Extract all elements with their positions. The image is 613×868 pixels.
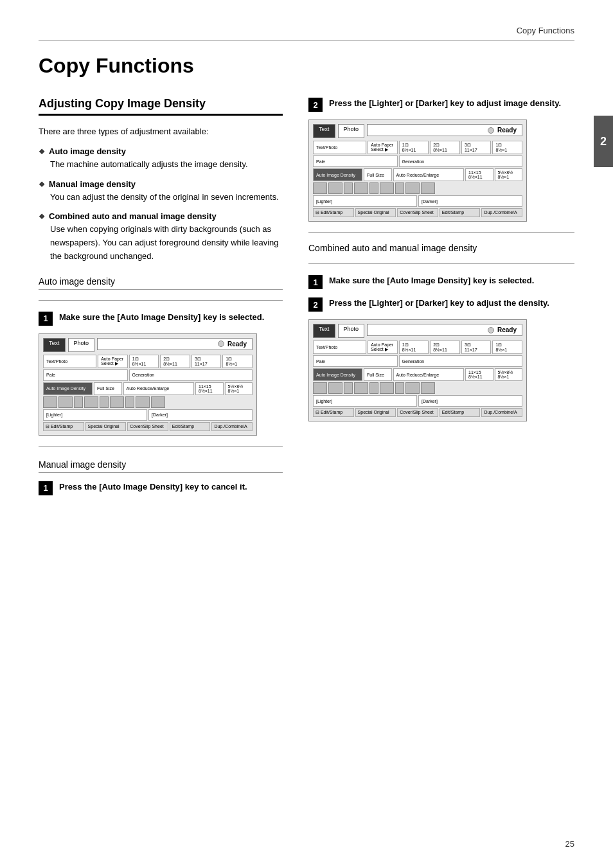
- s-autoimagedensity: Auto Image Density: [43, 382, 93, 395]
- auto-step1-text: Make sure the [Auto Image Density] key i…: [59, 311, 283, 324]
- s-icon5: [100, 396, 109, 408]
- cs-icon9: [421, 382, 435, 394]
- right-auto-screen: Text Photo Ready Text/Photo Auto PaperSe…: [308, 120, 527, 222]
- combined-step1-text: Make sure the [Auto Image Density] key i…: [329, 274, 574, 287]
- c-screen-tab-text: Text: [313, 324, 335, 338]
- chapter-tab: 2: [594, 116, 613, 167]
- cs-generation: Generation: [399, 355, 522, 367]
- cs-icon8: [405, 382, 420, 394]
- manual-density-section: Manual image density 1 Press the [Auto I…: [39, 459, 283, 495]
- cs-icon7: [395, 382, 404, 394]
- s-autopaper: Auto PaperSelect ▶: [98, 355, 128, 368]
- header-line: Copy Functions: [39, 26, 574, 41]
- c-ready-indicator: [488, 327, 494, 333]
- cs-p3: 3⊡11×17: [461, 341, 492, 354]
- rs-dup-combine: Dup./Combine/A: [481, 208, 522, 217]
- s-size2: 5½×8½8½×1: [225, 382, 253, 395]
- rs-special-original: Special Original: [355, 208, 396, 217]
- bullet-auto-title: Auto image density: [39, 146, 283, 156]
- cs-edit-stamp-left: ⊟ Edit/Stamp: [313, 408, 354, 417]
- s-pale: Pale: [43, 369, 128, 381]
- cs-size2: 5½×8½8½×1: [495, 368, 523, 381]
- section-heading: Adjusting Copy Image Density: [39, 97, 283, 116]
- combined-step2: 2 Press the [Lighter] or [Darker] key to…: [308, 297, 574, 312]
- s-special-original: Special Original: [85, 422, 127, 431]
- s-icon7: [125, 396, 134, 408]
- rs-icon5: [369, 182, 378, 194]
- cs-darker: [Darker]: [418, 395, 522, 407]
- c-ready-label: Ready: [497, 326, 517, 333]
- s-p4: 1⊡8½×1: [222, 355, 253, 368]
- ready-indicator: [218, 341, 224, 347]
- cs-fullsize: Full Size: [364, 368, 392, 381]
- section-intro: There are three types of adjustment avai…: [39, 125, 283, 139]
- rs-size1: 11×158½×11: [465, 168, 493, 181]
- cs-icon5: [369, 382, 378, 394]
- rs-p4: 1⊡8½×1: [492, 141, 522, 154]
- cs-pale: Pale: [313, 355, 398, 367]
- bullet-combined-title: Combined auto and manual image density: [39, 211, 283, 221]
- s-icon4: [84, 396, 98, 408]
- rs-icon2: [328, 182, 342, 194]
- rs-fullsize: Full Size: [364, 168, 392, 181]
- rs-textphoto: Text/Photo: [313, 141, 366, 154]
- manual-step1-text: Press the [Auto Image Density] key to ca…: [59, 481, 283, 493]
- cs-icon6: [380, 382, 394, 394]
- s-icon3: [74, 396, 83, 408]
- s-p3: 3⊡11×17: [191, 355, 222, 368]
- cs-size1: 11×158½×11: [465, 368, 493, 381]
- rs-cover-slip: Cover/Slip Sheet: [397, 208, 438, 217]
- manual-density-title: Manual image density: [39, 459, 283, 473]
- auto-density-section: Auto image density 1 Make sure the [Auto…: [39, 276, 283, 436]
- rs-size2: 5½×8½8½×1: [495, 168, 523, 181]
- s-icon2: [58, 396, 73, 408]
- right-auto-step2-text: Press the [Lighter] or [Darker] key to a…: [329, 97, 574, 110]
- cs-edit-stamp: Edit/Stamp: [440, 408, 481, 417]
- r-ready-label: Ready: [497, 127, 517, 134]
- manual-step1-number: 1: [39, 481, 53, 495]
- bullet-manual-density: Manual image density You can adjust the …: [39, 179, 283, 204]
- rs-icon8: [405, 182, 420, 194]
- rs-icon1: [313, 182, 327, 194]
- s-autoreduceenlarge: Auto Reduce/Enlarge: [123, 382, 195, 395]
- combined-step2-text: Press the [Lighter] or [Darker] key to a…: [329, 297, 574, 310]
- r-ready-indicator: [488, 127, 494, 134]
- rs-autopaper: Auto PaperSelect ▶: [368, 141, 398, 154]
- s-p2: 2⊡8½×11: [160, 355, 190, 368]
- rs-p3: 3⊡11×17: [461, 141, 492, 154]
- rs-edit-stamp: Edit/Stamp: [440, 208, 481, 217]
- rs-edit-stamp-left: ⊟ Edit/Stamp: [313, 208, 354, 217]
- content-columns: Adjusting Copy Image Density There are t…: [39, 97, 574, 503]
- rs-lighter: [Lighter]: [313, 195, 417, 207]
- bullet-auto-body: The machine automatically adjusts the im…: [50, 158, 283, 172]
- screen-tab-text: Text: [43, 338, 66, 352]
- s-edit-stamp: Edit/Stamp: [170, 422, 211, 431]
- page-container: Copy Functions 2 Copy Functions Adjustin…: [0, 0, 613, 868]
- r-screen-tab-text: Text: [313, 124, 335, 138]
- r-screen-tab-photo: Photo: [338, 124, 365, 138]
- combined-step2-number: 2: [308, 297, 323, 312]
- cs-icon4: [354, 382, 368, 394]
- rs-generation: Generation: [399, 155, 522, 167]
- auto-density-title: Auto image density: [39, 276, 283, 290]
- c-screen-tab-photo: Photo: [338, 324, 365, 338]
- s-cover-slip: Cover/Slip Sheet: [127, 422, 168, 431]
- bullet-combined-density: Combined auto and manual image density U…: [39, 211, 283, 263]
- cs-autoreduceenlarge: Auto Reduce/Enlarge: [393, 368, 465, 381]
- cs-p4: 1⊡8½×1: [492, 341, 522, 354]
- rs-pale: Pale: [313, 155, 398, 167]
- cs-lighter: [Lighter]: [313, 395, 417, 407]
- left-column: Adjusting Copy Image Density There are t…: [39, 97, 283, 503]
- header-text: Copy Functions: [517, 26, 574, 35]
- cs-icon3: [344, 382, 353, 394]
- s-generation: Generation: [129, 369, 253, 381]
- screen-tab-photo: Photo: [68, 338, 95, 352]
- cs-cover-slip: Cover/Slip Sheet: [397, 408, 438, 417]
- ready-label: Ready: [227, 341, 247, 348]
- rs-p1: 1⊡8½×11: [399, 141, 429, 154]
- rs-icon9: [421, 182, 435, 194]
- combined-step1-number: 1: [308, 275, 323, 289]
- cs-special-original: Special Original: [355, 408, 396, 417]
- right-auto-step2: 2 Press the [Lighter] or [Darker] key to…: [308, 97, 574, 112]
- cs-autoimagedensity: Auto Image Density: [313, 368, 362, 381]
